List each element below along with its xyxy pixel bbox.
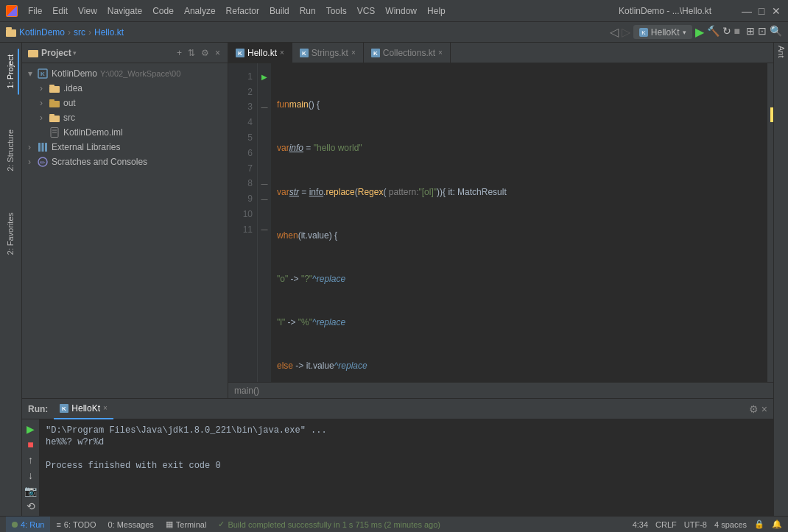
menu-file[interactable]: File bbox=[24, 4, 46, 18]
search-button[interactable]: 🔍 bbox=[770, 25, 782, 39]
tree-item-external-libs[interactable]: › External Libraries bbox=[22, 140, 228, 155]
menu-window[interactable]: Window bbox=[381, 4, 421, 18]
bottom-tab-terminal[interactable]: ▦ Terminal bbox=[160, 517, 213, 533]
gutter-fold-3[interactable]: — bbox=[259, 100, 270, 116]
profile-button[interactable]: ⊡ bbox=[758, 25, 767, 39]
settings-button[interactable]: ⚙ bbox=[200, 46, 211, 60]
kotlin-file-icon: K bbox=[236, 49, 245, 57]
run-start-button[interactable]: ▶ bbox=[24, 422, 38, 435]
run-output-line-1: "D:\Program Files\Java\jdk1.8.0_221\bin\… bbox=[46, 425, 767, 436]
menu-build[interactable]: Build bbox=[265, 4, 294, 18]
menu-navigate[interactable]: Navigate bbox=[103, 4, 147, 18]
notification-icon: 🔔 bbox=[772, 519, 782, 529]
menu-view[interactable]: View bbox=[74, 4, 102, 18]
tab-close-button[interactable]: × bbox=[351, 49, 356, 57]
bottom-tab-messages[interactable]: 0: Messages bbox=[102, 517, 159, 533]
tree-item-label: External Libraries bbox=[52, 142, 120, 152]
bottom-tabs: 4: Run ≡ 6: TODO 0: Messages ▦ Terminal bbox=[6, 517, 212, 533]
iml-file-icon bbox=[49, 127, 60, 138]
run-tab-hellok[interactable]: K HelloKt × bbox=[54, 399, 113, 419]
svg-text:K: K bbox=[302, 50, 306, 57]
run-button[interactable]: ▶ bbox=[695, 25, 704, 39]
run-config-button[interactable]: K HelloKt ▾ bbox=[633, 25, 692, 39]
tab-strings-kt[interactable]: K Strings.kt × bbox=[292, 43, 364, 63]
breadcrumb-project[interactable]: KotlinDemo bbox=[19, 27, 65, 38]
folder-out-icon bbox=[49, 97, 60, 109]
sidebar-item-ant[interactable]: Ant bbox=[774, 43, 789, 61]
code-line-7: else -> it.value ^replace bbox=[277, 358, 767, 374]
menu-refactor[interactable]: Refactor bbox=[222, 4, 264, 18]
menu-run[interactable]: Run bbox=[295, 4, 320, 18]
svg-rect-11 bbox=[49, 101, 60, 107]
run-panel-actions: ⚙ × bbox=[749, 403, 767, 415]
content-area: Project ▾ + ⇅ ⚙ × ▾ K bbox=[22, 43, 773, 516]
run-tab-close[interactable]: × bbox=[103, 404, 108, 412]
sidebar-item-favorites[interactable]: 2: Favorites bbox=[3, 207, 19, 260]
run-stop-button[interactable]: ■ bbox=[24, 438, 38, 450]
back-button[interactable]: ◁ bbox=[610, 25, 619, 39]
project-panel-header: Project ▾ + ⇅ ⚙ × bbox=[22, 43, 228, 63]
update-button[interactable]: ↻ bbox=[722, 25, 731, 39]
indent: 4 spaces bbox=[714, 520, 747, 529]
tab-close-button[interactable]: × bbox=[280, 49, 284, 57]
maximize-button[interactable]: □ bbox=[756, 5, 767, 17]
menu-edit[interactable]: Edit bbox=[48, 4, 72, 18]
run-indicator bbox=[12, 522, 18, 528]
module-icon: K bbox=[37, 68, 49, 79]
run-scroll-up[interactable]: ↑ bbox=[24, 453, 38, 466]
gutter-fold-11[interactable]: — bbox=[259, 222, 270, 238]
bottom-tab-run[interactable]: 4: Run bbox=[6, 517, 50, 533]
project-panel: Project ▾ + ⇅ ⚙ × ▾ K bbox=[22, 43, 228, 398]
menu-help[interactable]: Help bbox=[423, 4, 450, 18]
menu-vcs[interactable]: VCS bbox=[353, 4, 380, 18]
close-panel-button[interactable]: × bbox=[214, 46, 222, 60]
svg-text:K: K bbox=[641, 29, 646, 36]
build-button[interactable]: 🔨 bbox=[707, 25, 720, 39]
breadcrumb-file[interactable]: Hello.kt bbox=[94, 27, 124, 38]
tree-item-out[interactable]: › out bbox=[22, 96, 228, 110]
tree-item-kotlindemo[interactable]: ▾ K KotlinDemo Y:\002_WorkSpace\00 bbox=[22, 66, 228, 81]
breadcrumb: KotlinDemo › src › Hello.kt bbox=[6, 27, 124, 38]
svg-rect-2 bbox=[6, 29, 16, 37]
tab-close-button[interactable]: × bbox=[438, 49, 443, 57]
kotlin-file-icon: K bbox=[300, 49, 309, 57]
expand-arrow: › bbox=[40, 113, 49, 123]
gutter-run-1[interactable]: ▶ bbox=[259, 69, 270, 85]
gutter-fold-8[interactable]: — bbox=[259, 177, 270, 192]
run-wrap-button[interactable]: ⟲ bbox=[24, 500, 38, 513]
folder-icon bbox=[6, 27, 16, 38]
tree-item-idea[interactable]: › .idea bbox=[22, 81, 228, 96]
breadcrumb-src[interactable]: src bbox=[74, 27, 85, 38]
run-scroll-down[interactable]: ↓ bbox=[24, 469, 38, 482]
tab-collections-kt[interactable]: K Collections.kt × bbox=[364, 43, 451, 63]
close-button[interactable]: ✕ bbox=[770, 5, 782, 17]
stop-button[interactable]: ■ bbox=[734, 25, 740, 39]
coverage-button[interactable]: ⊞ bbox=[746, 25, 755, 39]
sidebar-item-project[interactable]: 1: Project bbox=[3, 49, 19, 94]
scrollbar[interactable] bbox=[767, 63, 773, 382]
code-line-2: var info = "hello world" bbox=[277, 141, 767, 157]
svg-rect-14 bbox=[49, 114, 54, 116]
status-right: 4:34 CRLF UTF-8 4 spaces 🔒 🔔 bbox=[633, 519, 782, 529]
settings-icon[interactable]: ⚙ bbox=[749, 403, 759, 415]
add-button[interactable]: + bbox=[175, 46, 183, 60]
minimize-button[interactable]: — bbox=[741, 5, 753, 17]
tree-item-iml[interactable]: › KotlinDemo.iml bbox=[22, 125, 228, 140]
main-layout: 1: Project 2: Structure 2: Favorites Pro… bbox=[0, 43, 788, 516]
tab-hello-kt[interactable]: K Hello.kt × bbox=[228, 43, 292, 63]
svg-rect-18 bbox=[38, 143, 41, 152]
sort-button[interactable]: ⇅ bbox=[186, 46, 197, 60]
menu-analyze[interactable]: Analyze bbox=[180, 4, 220, 18]
forward-button[interactable]: ▷ bbox=[622, 25, 630, 39]
tree-item-scratches[interactable]: › ✏ Scratches and Consoles bbox=[22, 155, 228, 169]
run-camera-button[interactable]: 📷 bbox=[24, 485, 38, 497]
code-area[interactable]: fun main() { var info = "hello world" va… bbox=[271, 63, 773, 382]
gutter-fold-9[interactable]: — bbox=[259, 191, 270, 207]
menu-tools[interactable]: Tools bbox=[322, 4, 351, 18]
tree-item-src[interactable]: › src bbox=[22, 110, 228, 125]
close-panel-icon[interactable]: × bbox=[761, 403, 767, 415]
menu-code[interactable]: Code bbox=[148, 4, 178, 18]
sidebar-item-structure[interactable]: 2: Structure bbox=[3, 124, 19, 177]
bottom-tab-todo[interactable]: ≡ 6: TODO bbox=[50, 517, 102, 533]
tree-item-label: KotlinDemo.iml bbox=[63, 127, 123, 138]
